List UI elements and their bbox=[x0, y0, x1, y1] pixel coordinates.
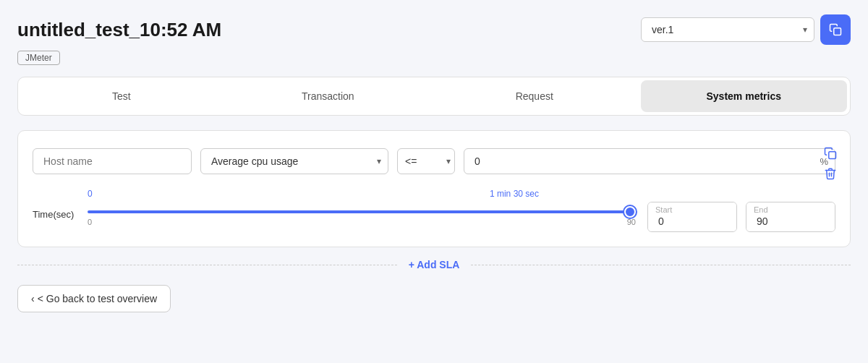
metric-select[interactable]: Average cpu usage Max cpu usage Average … bbox=[200, 148, 388, 174]
add-sla-row: + Add SLA bbox=[17, 259, 851, 270]
add-sla-button[interactable]: + Add SLA bbox=[397, 259, 472, 270]
delete-button[interactable] bbox=[822, 166, 838, 182]
tick-min: 0 bbox=[88, 218, 92, 226]
jmeter-badge: JMeter bbox=[17, 51, 60, 65]
copy-icon bbox=[829, 23, 842, 36]
dashed-line-left bbox=[17, 265, 397, 265]
threshold-input[interactable] bbox=[464, 148, 835, 174]
end-field: End bbox=[746, 202, 835, 232]
page-title: untitled_test_10:52 AM bbox=[17, 19, 221, 41]
tab-transaction[interactable]: Transaction bbox=[225, 77, 432, 115]
operator-select-wrapper: <= >= < > = ▾ bbox=[397, 148, 455, 174]
chevron-left-icon: ‹ bbox=[31, 293, 35, 304]
sla-card: Average cpu usage Max cpu usage Average … bbox=[17, 130, 851, 247]
slider-label-end-time: 1 min 30 sec bbox=[490, 189, 539, 199]
host-name-input[interactable] bbox=[33, 148, 192, 174]
tab-request[interactable]: Request bbox=[431, 77, 638, 115]
end-label: End bbox=[754, 205, 768, 214]
slider-area: 0 1 min 30 sec 0 90 bbox=[88, 189, 636, 226]
start-end-inputs: Start End bbox=[647, 189, 835, 232]
slider-ticks: 0 90 bbox=[88, 218, 636, 226]
time-section: Time(sec) 0 1 min 30 sec 0 90 Start bbox=[33, 189, 835, 232]
page-header: untitled_test_10:52 AM ver.1 ver.2 ver.3… bbox=[17, 14, 851, 45]
back-button[interactable]: ‹ < Go back to test overview bbox=[17, 285, 171, 312]
tabs-container: Test Transaction Request System metrics bbox=[17, 77, 851, 116]
dashed-line-right bbox=[471, 265, 851, 265]
header-right: ver.1 ver.2 ver.3 ▾ bbox=[641, 14, 851, 45]
time-label: Time(sec) bbox=[33, 189, 76, 220]
slider-label-start: 0 bbox=[88, 189, 93, 199]
threshold-wrapper: % bbox=[464, 148, 835, 174]
card-actions bbox=[822, 145, 838, 182]
time-slider[interactable] bbox=[88, 210, 636, 213]
metric-select-wrapper: Average cpu usage Max cpu usage Average … bbox=[200, 148, 388, 174]
back-button-label: < Go back to test overview bbox=[38, 293, 157, 304]
footer: ‹ < Go back to test overview bbox=[17, 285, 851, 312]
tick-max: 90 bbox=[627, 218, 636, 226]
svg-rect-1 bbox=[829, 152, 836, 159]
start-label: Start bbox=[655, 205, 672, 214]
copy-button[interactable] bbox=[820, 14, 851, 45]
version-select[interactable]: ver.1 ver.2 ver.3 bbox=[641, 17, 814, 42]
start-field: Start bbox=[647, 202, 737, 232]
slider-labels: 0 1 min 30 sec bbox=[88, 189, 636, 202]
tab-test[interactable]: Test bbox=[18, 77, 225, 115]
tab-system-metrics[interactable]: System metrics bbox=[641, 80, 848, 112]
duplicate-button[interactable] bbox=[822, 145, 838, 161]
duplicate-icon bbox=[824, 147, 837, 160]
sla-filter-row: Average cpu usage Max cpu usage Average … bbox=[33, 148, 835, 174]
svg-rect-0 bbox=[834, 28, 841, 35]
trash-icon bbox=[824, 167, 837, 180]
operator-select[interactable]: <= >= < > = bbox=[397, 148, 455, 174]
version-select-wrapper: ver.1 ver.2 ver.3 ▾ bbox=[641, 17, 814, 42]
